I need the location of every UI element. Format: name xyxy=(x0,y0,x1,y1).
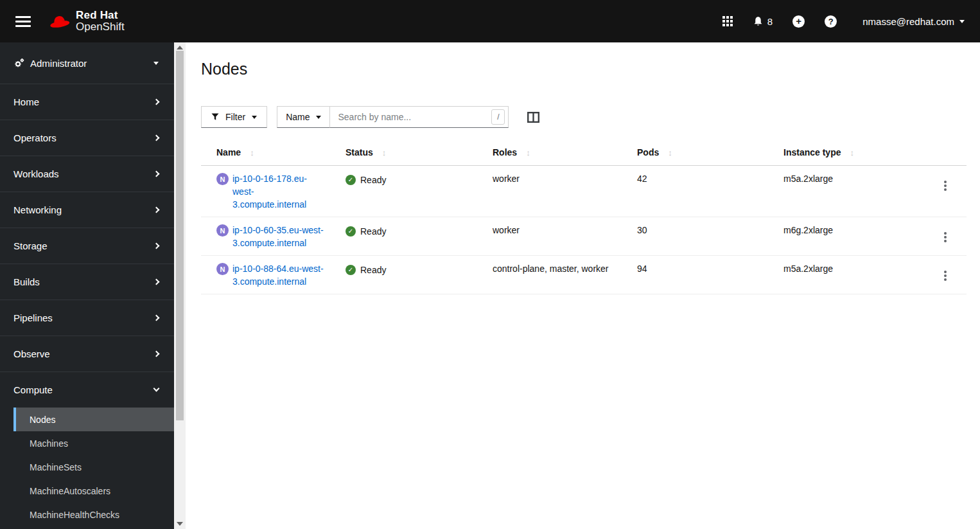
sidebar-item-pipelines[interactable]: Pipelines xyxy=(0,300,174,336)
sidebar-item-label: Home xyxy=(13,96,39,107)
status-badge: ✓ Ready xyxy=(346,174,386,186)
node-resource-icon: N xyxy=(216,263,229,275)
sidebar-item-nodes[interactable]: Nodes xyxy=(13,408,174,431)
node-link[interactable]: ip-10-0-16-178.eu-west-3.compute.interna… xyxy=(232,172,325,211)
chevron-right-icon xyxy=(153,99,160,105)
node-resource-icon: N xyxy=(216,173,229,185)
nodes-table: Name↕ Status↕ Roles↕ Pods↕ Instance type… xyxy=(201,139,967,294)
chevron-right-icon xyxy=(153,315,160,321)
caret-down-icon xyxy=(252,116,257,119)
scrollbar-thumb[interactable] xyxy=(176,51,184,420)
bell-icon xyxy=(753,16,764,27)
add-button[interactable]: + xyxy=(792,15,805,28)
filter-dropdown[interactable]: Filter xyxy=(201,106,267,128)
perspective-label: Administrator xyxy=(30,58,87,69)
main-content: Nodes Filter Name / xyxy=(186,42,980,529)
page-title: Nodes xyxy=(201,59,967,78)
kebab-menu-button[interactable] xyxy=(940,179,950,192)
sidebar-item-machinehealthchecks[interactable]: MachineHealthChecks xyxy=(13,503,174,526)
sidebar-subitem-label: Machines xyxy=(30,438,68,449)
roles-cell: control-plane, master, worker xyxy=(482,256,627,294)
sort-icon[interactable]: ↕ xyxy=(382,148,387,157)
sidebar-item-storage[interactable]: Storage xyxy=(0,228,174,264)
kebab-menu-button[interactable] xyxy=(940,269,950,282)
column-header-roles[interactable]: Roles↕ xyxy=(482,139,627,166)
sidebar-item-compute[interactable]: Compute xyxy=(0,372,174,408)
keyboard-shortcut-badge: / xyxy=(491,109,505,125)
filter-funnel-icon xyxy=(211,113,219,121)
perspective-switcher[interactable]: Administrator xyxy=(0,42,174,84)
caret-down-icon xyxy=(153,62,159,65)
notifications-button[interactable]: 8 xyxy=(753,16,773,27)
status-text: Ready xyxy=(360,225,386,238)
sidebar-subitem-label: Nodes xyxy=(30,415,55,425)
sidebar-item-home[interactable]: Home xyxy=(0,84,174,120)
pods-cell: 94 xyxy=(627,256,773,294)
chevron-right-icon xyxy=(153,171,160,177)
sidebar-subitem-label: MachineHealthChecks xyxy=(30,510,119,520)
gears-icon xyxy=(13,58,24,69)
sidebar-item-label: Networking xyxy=(13,204,62,215)
sidebar-subitem-label: MachineSets xyxy=(30,462,82,472)
brand-logo[interactable]: Red Hat OpenShift xyxy=(49,10,125,33)
filter-attribute-dropdown[interactable]: Name xyxy=(277,106,330,128)
sidebar-item-label: Workloads xyxy=(13,168,59,179)
table-row: N ip-10-0-60-35.eu-west-3.compute.intern… xyxy=(201,217,967,256)
user-menu[interactable]: nmasse@redhat.com xyxy=(862,16,965,27)
user-email: nmasse@redhat.com xyxy=(862,16,954,27)
sidebar-item-observe[interactable]: Observe xyxy=(0,336,174,372)
sidebar-item-machinesets[interactable]: MachineSets xyxy=(13,455,174,479)
sidebar-subitem-label: MachineAutoscalers xyxy=(30,486,110,496)
column-header-actions xyxy=(923,139,967,166)
column-header-instance-type[interactable]: Instance type↕ xyxy=(773,139,923,166)
sidebar-item-machineautoscalers[interactable]: MachineAutoscalers xyxy=(13,479,174,503)
sidebar-item-operators[interactable]: Operators xyxy=(0,120,174,156)
check-circle-icon: ✓ xyxy=(346,175,356,185)
manage-columns-button[interactable] xyxy=(527,112,539,123)
sort-icon[interactable]: ↕ xyxy=(850,148,854,157)
sort-icon[interactable]: ↕ xyxy=(526,148,530,157)
column-header-status[interactable]: Status↕ xyxy=(335,139,482,166)
sidebar-item-label: Operators xyxy=(13,132,57,143)
menu-icon[interactable] xyxy=(15,13,31,30)
node-link[interactable]: ip-10-0-88-64.eu-west-3.compute.internal xyxy=(232,262,325,288)
sidebar-nav: Administrator Home Operators Workloads N… xyxy=(0,42,174,529)
sidebar-item-machines[interactable]: Machines xyxy=(13,431,174,455)
sidebar-item-networking[interactable]: Networking xyxy=(0,192,174,228)
chevron-right-icon xyxy=(153,243,160,249)
app-launcher-icon[interactable] xyxy=(722,16,733,26)
help-button[interactable]: ? xyxy=(825,15,837,28)
chevron-right-icon xyxy=(153,351,160,357)
sidebar-item-label: Pipelines xyxy=(13,312,53,323)
search-input[interactable] xyxy=(330,107,491,127)
sidebar-item-builds[interactable]: Builds xyxy=(0,264,174,300)
table-row: N ip-10-0-88-64.eu-west-3.compute.intern… xyxy=(201,256,967,294)
instance-type-cell: m6g.2xlarge xyxy=(773,217,923,256)
kebab-menu-button[interactable] xyxy=(940,231,950,244)
node-link[interactable]: ip-10-0-60-35.eu-west-3.compute.internal xyxy=(232,224,325,249)
brand-name: Red Hat xyxy=(76,10,125,21)
instance-type-cell: m5a.2xlarge xyxy=(773,256,923,294)
scroll-up-icon[interactable] xyxy=(177,46,183,49)
check-circle-icon: ✓ xyxy=(346,226,356,237)
scroll-down-icon[interactable] xyxy=(177,522,183,526)
check-circle-icon: ✓ xyxy=(346,265,356,275)
sidebar-scrollbar[interactable] xyxy=(174,42,186,529)
status-text: Ready xyxy=(360,264,386,276)
toolbar: Filter Name / xyxy=(201,106,967,128)
status-badge: ✓ Ready xyxy=(346,264,386,276)
sidebar-item-workloads[interactable]: Workloads xyxy=(0,156,174,192)
filter-label: Filter xyxy=(225,112,245,122)
sort-icon[interactable]: ↕ xyxy=(250,148,254,157)
plus-circle-icon: + xyxy=(792,15,805,28)
column-header-pods[interactable]: Pods↕ xyxy=(627,139,773,166)
chevron-down-icon xyxy=(959,20,965,23)
instance-type-cell: m5a.2xlarge xyxy=(773,166,923,217)
red-hat-fedora-icon xyxy=(49,13,71,30)
column-header-name[interactable]: Name↕ xyxy=(201,139,335,166)
compute-subnav: Nodes Machines MachineSets MachineAutosc… xyxy=(0,408,174,526)
status-badge: ✓ Ready xyxy=(346,225,386,238)
roles-cell: worker xyxy=(482,217,627,256)
node-resource-icon: N xyxy=(216,224,229,237)
sort-icon[interactable]: ↕ xyxy=(668,148,672,157)
